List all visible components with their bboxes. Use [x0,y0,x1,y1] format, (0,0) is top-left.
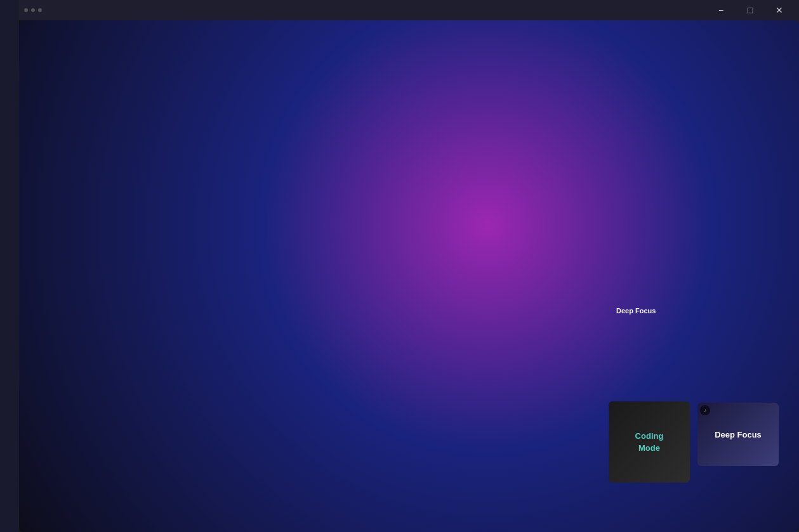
title-bar-dots [24,8,42,12]
window-controls: − □ ✕ [706,0,794,20]
spotify-section: ♪ Spotify ... Recently played Deep Focus… [600,190,789,365]
dot-3 [38,8,42,12]
dot-1 [24,8,28,12]
deep-focus-2-thumbnail: ♪ Deep Focus [697,403,779,484]
close-button[interactable]: ✕ [765,0,794,20]
right-panel: Daily progress ✎ Yesterday 0 minutes Dai… [590,20,799,532]
coding-mode-thumbnail: ♪ Coding Mode [609,401,690,483]
deep-focus-thumbnail: Deep Focus [609,240,691,322]
app-container: Home Search Your Library + Create Playli… [19,20,799,532]
deep-focus-label: Deep Focus [612,303,659,318]
title-bar: − □ ✕ [19,0,799,20]
recently-played-cards: Deep Focus Deep Focus Keep calm and focu… [609,240,780,356]
dot-2 [31,8,35,12]
minimize-button[interactable]: − [706,0,736,20]
maximize-button[interactable]: □ [736,0,765,20]
deep-focus-card[interactable]: Deep Focus Deep Focus Keep calm and focu… [609,240,691,356]
